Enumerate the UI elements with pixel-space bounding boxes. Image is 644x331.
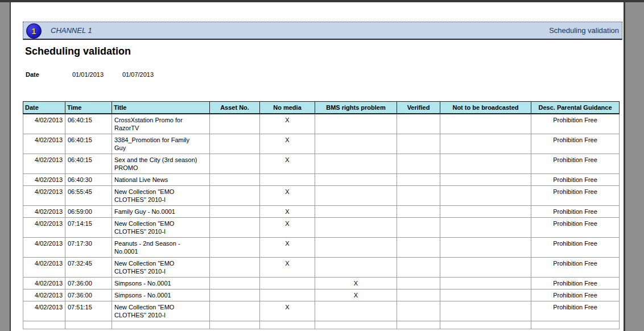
cell-not-to-be-broadcasted [440,114,531,134]
cell-date: 4/02/2013 [23,257,65,277]
cell-parental-guidance: Prohibition Free [531,217,620,237]
cell-date: 4/02/2013 [23,205,65,217]
cell-verified [397,134,440,154]
cell-date: 4/02/2013 [23,237,65,257]
cell-parental-guidance: Prohibition Free [531,289,620,301]
table-body: 4/02/201306:40:15CrossXstation Promo for… [23,114,620,329]
cell-verified [397,301,440,321]
cell-date: 4/02/2013 [23,277,65,289]
cell-title: New Collection "EMO CLOTHES" 2010-I [112,217,210,237]
cell-verified [397,205,440,217]
table-row: 4/02/201306:40:30National Live NewsProhi… [23,173,620,185]
empty-cell [210,321,260,329]
date-from-value: 01/01/2013 [72,71,122,78]
report-page: 1 CHANNEL 1 Scheduling validation Schedu… [10,2,625,331]
cell-bms-rights-problem [315,173,397,185]
cell-time: 06:40:30 [65,173,112,185]
cell-not-to-be-broadcasted [440,185,531,205]
empty-cell [112,321,210,329]
cell-bms-rights-problem [315,154,397,173]
table-header-cell: Asset No. [210,102,260,114]
cell-title: Simpsons - No.0001 [112,277,210,289]
table-row: 4/02/201306:40:15Sex and the City (3rd s… [23,154,620,173]
table-row: 4/02/201306:59:00Family Guy - No.0001XPr… [23,205,620,217]
table-header-cell: Date [23,102,65,114]
empty-cell [397,321,440,329]
channel-name: CHANNEL 1 [51,22,92,39]
table-header-cell: Desc. Parental Guidance [531,102,620,114]
cell-date: 4/02/2013 [23,114,65,134]
cell-no-media: X [260,154,315,173]
cell-parental-guidance: Prohibition Free [531,114,620,134]
cell-parental-guidance: Prohibition Free [531,301,620,321]
cell-verified [397,173,440,185]
cell-title: New Collection "EMO CLOTHES" 2010-I [112,257,210,277]
cell-not-to-be-broadcasted [440,217,531,237]
cell-not-to-be-broadcasted [440,301,531,321]
table-header-cell: Title [112,102,210,114]
channel-banner: 1 CHANNEL 1 Scheduling validation [23,22,622,40]
cell-bms-rights-problem [315,114,397,134]
cell-date: 4/02/2013 [23,289,65,301]
cell-parental-guidance: Prohibition Free [531,257,620,277]
empty-cell [315,321,397,329]
cell-asset-no [210,185,260,205]
table-header-cell: Time [65,102,112,114]
cell-no-media: X [260,217,315,237]
cell-no-media: X [260,237,315,257]
cell-asset-no [210,154,260,173]
cell-bms-rights-problem: X [315,277,397,289]
cell-not-to-be-broadcasted [440,134,531,154]
table-header-cell: No media [260,102,315,114]
cell-title: New Collection "EMO CLOTHES" 2010-I [112,301,210,321]
cell-verified [397,185,440,205]
cell-asset-no [210,257,260,277]
cell-not-to-be-broadcasted [440,257,531,277]
channel-number-badge: 1 [26,23,42,39]
table-row: 4/02/201307:32:45New Collection "EMO CLO… [23,257,620,277]
table-header-row: DateTimeTitleAsset No.No mediaBMS rights… [23,102,620,114]
banner-report-name: Scheduling validation [549,22,619,39]
cell-time: 06:40:15 [65,134,112,154]
cell-time: 07:36:00 [65,289,112,301]
cell-asset-no [210,289,260,301]
empty-cell [65,321,112,329]
cell-time: 07:14:15 [65,217,112,237]
cell-bms-rights-problem [315,237,397,257]
date-to-value: 01/07/2013 [122,71,154,78]
cell-asset-no [210,237,260,257]
cell-verified [397,154,440,173]
table-row: 4/02/201307:17:30Peanuts - 2nd Season - … [23,237,620,257]
table-row: 4/02/201306:40:153384_Promotion for Fami… [23,134,620,154]
empty-cell [440,321,531,329]
cell-no-media: X [260,114,315,134]
cell-title: 3384_Promotion for Family Guy [112,134,210,154]
cell-not-to-be-broadcasted [440,289,531,301]
table-row-partial [23,321,620,329]
cell-date: 4/02/2013 [23,173,65,185]
cell-verified [397,277,440,289]
cell-asset-no [210,205,260,217]
cell-verified [397,114,440,134]
table-header-cell: BMS rights problem [315,102,397,114]
cell-bms-rights-problem [315,257,397,277]
table-row: 4/02/201307:51:15New Collection "EMO CLO… [23,301,620,321]
cell-no-media: X [260,185,315,205]
cell-verified [397,289,440,301]
table-row: 4/02/201307:14:15New Collection "EMO CLO… [23,217,620,237]
cell-parental-guidance: Prohibition Free [531,205,620,217]
cell-not-to-be-broadcasted [440,205,531,217]
table-row: 4/02/201306:55:45New Collection "EMO CLO… [23,185,620,205]
table-row: 4/02/201307:36:00Simpsons - No.0001XProh… [23,289,620,301]
cell-verified [397,217,440,237]
cell-not-to-be-broadcasted [440,237,531,257]
table-header: DateTimeTitleAsset No.No mediaBMS rights… [23,102,620,114]
cell-date: 4/02/2013 [23,134,65,154]
cell-bms-rights-problem [315,185,397,205]
cell-time: 07:17:30 [65,237,112,257]
table-row: 4/02/201306:40:15CrossXstation Promo for… [23,114,620,134]
cell-parental-guidance: Prohibition Free [531,154,620,173]
cell-title: National Live News [112,173,210,185]
cell-parental-guidance: Prohibition Free [531,277,620,289]
cell-title: Peanuts - 2nd Season - No.0001 [112,237,210,257]
